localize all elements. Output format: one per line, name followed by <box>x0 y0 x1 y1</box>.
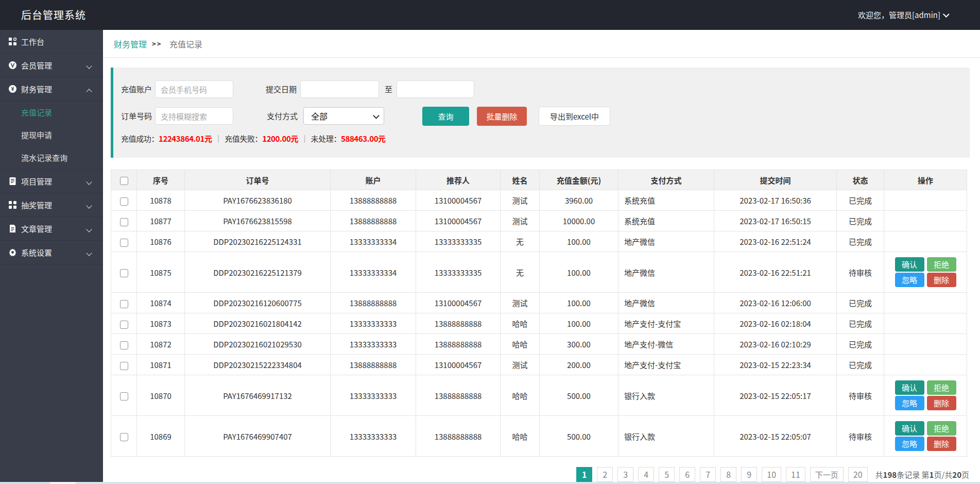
row-10871: 10871DDP20230215222334804138888888881310… <box>111 355 967 375</box>
admin-recharge-records-page: 后台管理系统 欢迎您，管理员[admin] 工作台 会员管理 ¥ 财务管理 充值… <box>0 0 980 484</box>
menu-workbench[interactable]: 工作台 <box>0 30 103 54</box>
op-10870: 确认拒绝忽略删除 <box>895 380 956 410</box>
page-1[interactable]: 1 <box>576 467 592 482</box>
row-10870: 10870PAY16764699171321333333333313888888… <box>111 375 967 416</box>
records-table: 序号订单号账户推荐人姓名充值金额(元)支付方式提交时间状态操作 10878PAY… <box>111 170 967 457</box>
page-next[interactable]: 下一页 <box>810 467 844 482</box>
check-all[interactable] <box>120 177 128 185</box>
top-header: 后台管理系统 欢迎您，管理员[admin] <box>0 0 980 30</box>
menu-project[interactable]: 项目管理 <box>0 170 103 193</box>
input-account[interactable] <box>155 80 233 98</box>
input-date-end[interactable] <box>397 80 474 98</box>
row-10869: 10869PAY16764699074071333333333313888888… <box>111 416 967 457</box>
horizontal-scrollbar <box>0 482 980 484</box>
finance-submenu: 充值记录 提现申请 流水记录查询 <box>0 101 103 170</box>
row-10874: 10874DDP20230216120600775138888888881310… <box>111 293 967 313</box>
btn-export-excel[interactable]: 导出到excel中 <box>539 107 610 126</box>
pagination: 1 2 3 4 5 6 7 8 9 10 11 下一页 20 共198条记录 第… <box>576 467 969 482</box>
menu-lottery[interactable]: 抽奖管理 <box>0 193 103 217</box>
logo-title: 后台管理系统 <box>21 0 86 30</box>
page-info: 共198条记录 第1页/共20页 <box>875 469 969 480</box>
input-date-start[interactable] <box>300 80 379 98</box>
btn-batch-delete[interactable]: 批量删除 <box>477 107 527 126</box>
breadcrumb-parent[interactable]: 财务管理 <box>114 30 147 58</box>
menu-article[interactable]: 文章管理 <box>0 217 103 241</box>
submenu-flow-query[interactable]: 流水记录查询 <box>0 146 103 169</box>
svg-text:¥: ¥ <box>11 85 14 92</box>
filter-panel: 充值账户 提交日期 至 订单号码 支付方式 全部 查询 批量删除 导出到exce… <box>111 68 970 158</box>
btn-query[interactable]: 查询 <box>422 107 469 126</box>
row-10873: 10873DDP20230216021804142133333333331388… <box>111 313 967 334</box>
row-10875: 10875DDP20230216225121379133333333341333… <box>111 252 967 293</box>
table-head: 序号订单号账户推荐人姓名充值金额(元)支付方式提交时间状态操作 <box>111 170 967 190</box>
menu-settings[interactable]: 系统设置 <box>0 241 103 264</box>
menu-member[interactable]: 会员管理 <box>0 54 103 77</box>
row-10872: 10872DDP20230216021029530133333333331388… <box>111 334 967 355</box>
user-welcome[interactable]: 欢迎您，管理员[admin] <box>858 0 947 30</box>
table-body: 10878PAY16766238361801388888888813100004… <box>111 190 967 457</box>
sidebar-menu: 工作台 会员管理 ¥ 财务管理 充值记录 提现申请 流水记录查询 项目管理 抽奖… <box>0 30 103 482</box>
summary-stats: 充值成功：12243864.01元｜充值失败：1200.00元｜未处理：5884… <box>121 131 386 146</box>
row-10878: 10878PAY16766238361801388888888813100004… <box>111 190 967 211</box>
select-pay-type[interactable]: 全部 <box>303 107 384 125</box>
breadcrumb-current: 充值记录 <box>169 30 202 58</box>
submenu-recharge-records[interactable]: 充值记录 <box>0 101 103 124</box>
op-10875: 确认拒绝忽略删除 <box>895 257 956 287</box>
op-10869: 确认拒绝忽略删除 <box>895 421 956 451</box>
main-content: 财务管理 >> 充值记录 充值账户 提交日期 至 订单号码 支付方式 全部 查询… <box>103 30 980 482</box>
input-order-no[interactable] <box>155 107 233 125</box>
menu-finance[interactable]: ¥ 财务管理 <box>0 77 103 101</box>
breadcrumb: 财务管理 >> 充值记录 <box>103 30 980 58</box>
row-10877: 10877PAY16766238155981388888888813100004… <box>111 211 967 231</box>
row-10876: 10876DDP20230216225124331133333333341333… <box>111 231 967 252</box>
submenu-withdraw-apply[interactable]: 提现申请 <box>0 124 103 146</box>
